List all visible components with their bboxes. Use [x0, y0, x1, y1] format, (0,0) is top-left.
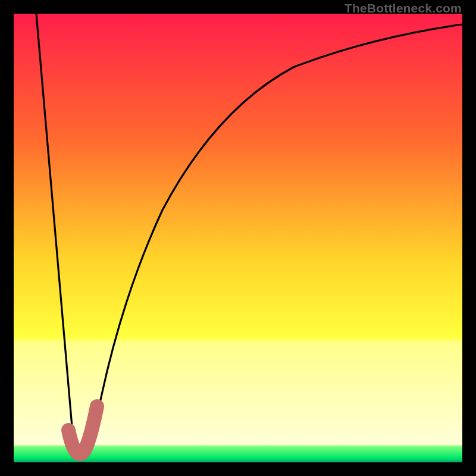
bottleneck-curve [36, 14, 462, 452]
plot-area [14, 14, 462, 462]
curve-layer [14, 14, 462, 462]
marker-dot [62, 425, 75, 438]
chart-frame: TheBottleneck.com [0, 0, 476, 476]
watermark-text: TheBottleneck.com [345, 1, 462, 15]
